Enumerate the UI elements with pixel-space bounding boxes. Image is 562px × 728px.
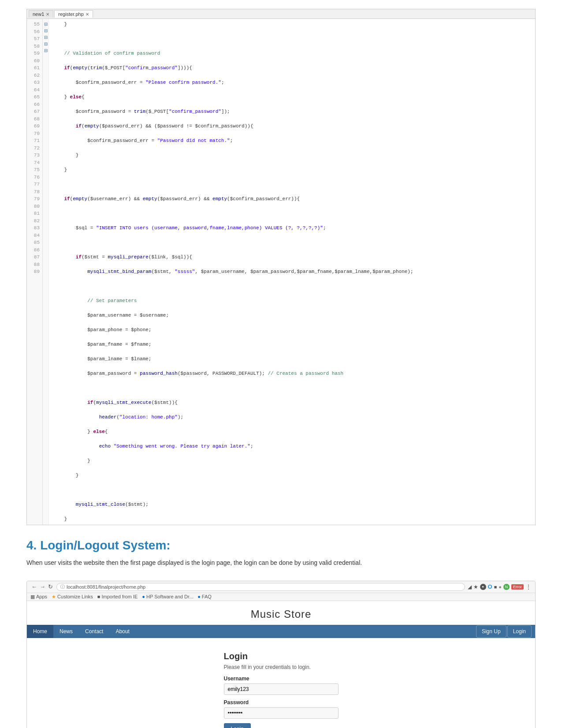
star-icon[interactable]: ★ (473, 584, 478, 590)
address-text: localhost:8081/finalproject/home.php (67, 584, 145, 590)
tab-label: register.php (58, 11, 83, 17)
hp-icon: ● (142, 594, 145, 599)
ext5-icon[interactable]: N (503, 584, 510, 590)
username-label: Username (224, 676, 339, 682)
close-icon[interactable]: ✕ (86, 12, 89, 17)
bookmark-label: Customize Links (57, 594, 93, 599)
bookmark-icon: ★ (52, 594, 56, 600)
error-badge[interactable]: Error (511, 584, 524, 590)
bookmark-label: Imported from IE (101, 594, 138, 599)
tab-label: new1 (33, 11, 44, 17)
code-gutter: ⊟ ⊟ ⊟ ⊟ (43, 19, 49, 525)
site-nav: Home News Contact About Sign Up Login (27, 625, 535, 638)
site-header: Music Store (27, 601, 535, 625)
username-input[interactable] (224, 683, 339, 695)
refresh-button[interactable]: ↻ (47, 583, 54, 590)
login-submit-button[interactable]: Login (224, 723, 251, 728)
browser-bookmarks: ▦ Apps ★ Customize Links ■ Imported from… (27, 593, 535, 601)
back-button[interactable]: ← (30, 583, 38, 590)
site-content: Login Please fill in your credentials to… (27, 638, 535, 728)
ext4-icon[interactable]: ● (499, 584, 502, 590)
nav-right-buttons: Sign Up Login (476, 625, 535, 638)
bookmark-label: FAQ (202, 594, 212, 599)
bookmark-faq[interactable]: ● FAQ (197, 594, 212, 599)
ext2-icon[interactable]: O (488, 583, 492, 590)
login-subtitle: Please fill in your credentials to login… (224, 664, 339, 670)
cast-icon[interactable]: ◢ (468, 584, 472, 590)
login-nav-button[interactable]: Login (507, 625, 532, 638)
nav-item-contact[interactable]: Contact (79, 625, 109, 638)
bookmark-apps[interactable]: ▦ Apps (30, 594, 47, 600)
login-box: Login Please fill in your credentials to… (224, 651, 339, 728)
close-icon[interactable]: ✕ (46, 12, 49, 17)
bookmark-label: Apps (36, 594, 47, 599)
tab-register-php[interactable]: register.php ✕ (54, 10, 93, 18)
lock-icon: ⓘ (60, 584, 65, 590)
ext1-icon[interactable]: ● (480, 583, 486, 590)
password-label: Password (224, 699, 339, 706)
password-input[interactable] (224, 707, 339, 719)
nav-item-news[interactable]: News (53, 625, 79, 638)
nav-item-about[interactable]: About (109, 625, 135, 638)
code-body: 55 56 57 58 59 60 61 62 63 64 65 66 67 6… (27, 19, 535, 525)
ext3-icon[interactable]: ■ (494, 584, 497, 590)
browser-mockup: ← → ↻ ⓘ localhost:8081/finalproject/home… (26, 581, 536, 728)
music-store-site: Music Store Home News Contact About Sign… (27, 601, 535, 728)
ie-icon: ■ (97, 594, 100, 599)
browser-address-bar[interactable]: ⓘ localhost:8081/finalproject/home.php (56, 583, 465, 591)
bookmark-hp[interactable]: ● HP Software and Dr... (142, 594, 193, 599)
menu-icon[interactable]: ⋮ (525, 583, 532, 590)
section-heading: 4. Login/Logout System: (26, 538, 536, 553)
browser-nav-buttons: ← → ↻ (30, 583, 54, 590)
section-description: When user visits the website then the fi… (26, 558, 536, 567)
faq-icon: ● (197, 594, 201, 599)
browser-icons-right: ◢ ★ ● O ■ ● N Error ⋮ (468, 583, 532, 590)
bookmark-imported[interactable]: ■ Imported from IE (97, 594, 138, 599)
editor-tabs: new1 ✕ register.php ✕ (27, 9, 535, 19)
bookmark-label: HP Software and Dr... (146, 594, 193, 599)
code-content: } // Validation of confirm password if(e… (49, 19, 535, 525)
login-title: Login (224, 651, 339, 661)
apps-icon: ▦ (30, 594, 35, 600)
line-numbers: 55 56 57 58 59 60 61 62 63 64 65 66 67 6… (27, 19, 43, 525)
page-wrapper: new1 ✕ register.php ✕ 55 56 57 58 59 60 … (0, 0, 562, 728)
tab-new1[interactable]: new1 ✕ (29, 10, 53, 18)
bookmark-customize[interactable]: ★ Customize Links (52, 594, 93, 600)
nav-item-home[interactable]: Home (27, 625, 53, 638)
browser-chrome: ← → ↻ ⓘ localhost:8081/finalproject/home… (27, 581, 535, 593)
forward-button[interactable]: → (39, 583, 46, 590)
signup-button[interactable]: Sign Up (476, 625, 506, 638)
code-editor: new1 ✕ register.php ✕ 55 56 57 58 59 60 … (26, 9, 536, 525)
